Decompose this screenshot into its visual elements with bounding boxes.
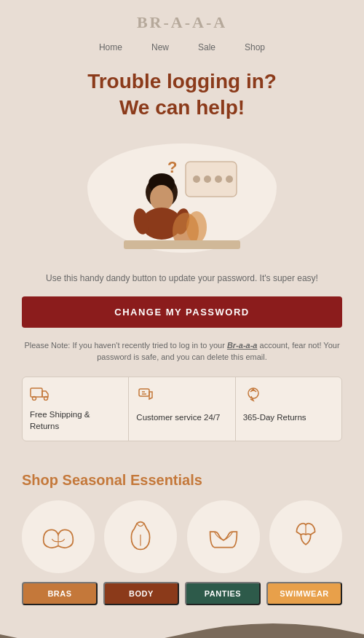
svg-text:?: ? (167, 158, 177, 176)
hero-section: Trouble logging in?We can help! ? (0, 61, 364, 260)
product-bras[interactable] (22, 500, 95, 573)
panties-button[interactable]: PANTIES (185, 582, 261, 605)
returns-label: 365-Day Returns (243, 411, 334, 423)
hero-title: Trouble logging in?We can help! (29, 68, 335, 122)
svg-point-13 (186, 211, 207, 243)
brand-inline: Br-a-a-a (227, 341, 258, 350)
header: BR-a-a-a (0, 0, 364, 38)
email-wrapper: BR-a-a-a Home New Sale Shop Trouble logg… (0, 0, 364, 638)
change-password-button[interactable]: CHANGE MY PASSWORD (22, 296, 342, 328)
seasonal-title: Shop Seasonal Essentials (22, 472, 342, 489)
body-content: Use this handy dandy button to update yo… (0, 260, 364, 465)
product-swimwear[interactable] (269, 500, 342, 573)
svg-point-8 (150, 185, 173, 211)
nav-item-sale[interactable]: Sale (198, 42, 215, 52)
bras-button[interactable]: BRAS (22, 582, 98, 605)
nav-item-shop[interactable]: Shop (245, 42, 265, 52)
swimwear-button[interactable]: SWIMWEAR (266, 582, 342, 605)
illustration-area: ? (29, 136, 335, 260)
svg-point-1 (193, 176, 200, 183)
nav-item-home[interactable]: Home (99, 42, 122, 52)
svg-rect-18 (139, 389, 149, 396)
returns-icon (243, 386, 334, 407)
category-labels: BRAS BODY PANTIES SWIMWEAR (22, 582, 342, 605)
svg-rect-15 (31, 388, 42, 397)
product-grid (22, 500, 342, 573)
wave-divider (0, 620, 364, 638)
features-row: Free Shipping & Returns Customer service… (22, 377, 342, 441)
note-text: Please Note: If you haven't recently tri… (22, 339, 342, 363)
svg-point-4 (226, 176, 233, 183)
feature-shipping: Free Shipping & Returns (23, 377, 129, 441)
nav-item-new[interactable]: New (151, 42, 169, 52)
svg-point-17 (44, 396, 48, 400)
svg-point-16 (33, 396, 36, 400)
nav: Home New Sale Shop (0, 38, 364, 61)
person-illustration: ? (109, 140, 255, 256)
shipping-label: Free Shipping & Returns (30, 409, 121, 432)
shipping-icon (30, 386, 121, 404)
product-body[interactable] (104, 500, 177, 573)
svg-point-3 (215, 176, 222, 183)
product-panties[interactable] (187, 500, 260, 573)
service-label: Customer service 24/7 (136, 411, 227, 423)
svg-rect-14 (124, 240, 240, 249)
seasonal-section: Shop Seasonal Essentials (0, 465, 364, 605)
description-text: Use this handy dandy button to update yo… (22, 272, 342, 285)
svg-point-2 (204, 176, 211, 183)
feature-returns: 365-Day Returns (236, 377, 341, 441)
body-button[interactable]: BODY (103, 582, 179, 605)
service-icon (136, 386, 227, 407)
feature-customer-service: Customer service 24/7 (129, 377, 235, 441)
brand-logo: BR-a-a-a (15, 13, 349, 32)
